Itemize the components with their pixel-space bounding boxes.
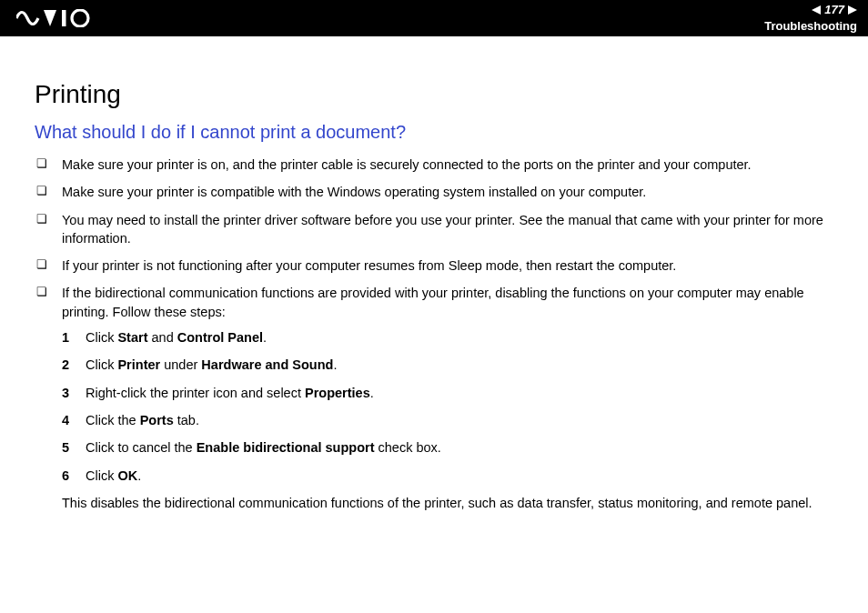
- step-item: Click Printer under Hardware and Sound.: [62, 356, 833, 374]
- svg-rect-1: [62, 10, 66, 26]
- nav-next-icon[interactable]: [848, 5, 857, 15]
- list-item: If your printer is not functioning after…: [35, 256, 833, 275]
- svg-point-2: [72, 10, 88, 26]
- bullet-text: If the bidirectional communication funct…: [62, 286, 804, 318]
- list-item: You may need to install the printer driv…: [35, 211, 833, 248]
- closing-text: This disables the bidirectional communic…: [62, 494, 833, 512]
- header-bar: 177 Troubleshooting: [0, 0, 868, 36]
- nav-prev-icon[interactable]: [812, 5, 821, 15]
- step-item: Right-click the printer icon and select …: [62, 384, 833, 402]
- bullet-list: Make sure your printer is on, and the pr…: [35, 156, 833, 512]
- bullet-text: Make sure your printer is on, and the pr…: [62, 157, 752, 172]
- section-label: Troubleshooting: [764, 19, 857, 34]
- svg-marker-0: [44, 10, 56, 26]
- step-item: Click Start and Control Panel.: [62, 328, 833, 347]
- bullet-text: If your printer is not functioning after…: [62, 258, 676, 273]
- page-title: Printing: [35, 80, 833, 109]
- list-item: If the bidirectional communication funct…: [35, 284, 833, 512]
- list-item: Make sure your printer is compatible wit…: [35, 183, 833, 201]
- page-nav: 177: [764, 3, 857, 17]
- page-number: 177: [824, 3, 844, 17]
- vaio-logo: [16, 9, 100, 27]
- step-item: Click the Ports tab.: [62, 411, 833, 429]
- question-heading: What should I do if I cannot print a doc…: [35, 122, 833, 143]
- bullet-text: You may need to install the printer driv…: [62, 213, 823, 246]
- list-item: Make sure your printer is on, and the pr…: [35, 156, 833, 174]
- step-item: Click OK.: [62, 467, 833, 485]
- step-item: Click to cancel the Enable bidirectional…: [62, 438, 833, 457]
- header-right: 177 Troubleshooting: [764, 3, 857, 33]
- bullet-text: Make sure your printer is compatible wit…: [62, 185, 646, 199]
- steps-list: Click Start and Control Panel. Click Pri…: [62, 328, 833, 485]
- content-area: Printing What should I do if I cannot pr…: [0, 36, 868, 539]
